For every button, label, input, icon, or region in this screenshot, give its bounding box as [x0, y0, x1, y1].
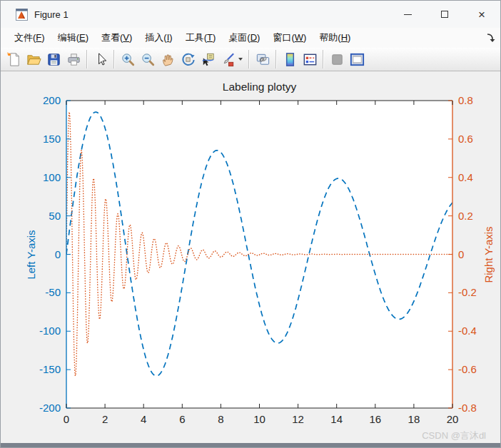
menu-label-part: 查看( — [101, 32, 123, 43]
close-button[interactable]: × — [463, 1, 500, 28]
menu-label-part: 工具( — [186, 32, 207, 43]
zoom-out-button[interactable] — [138, 49, 158, 69]
menu-label-part: 插入( — [145, 32, 166, 43]
printer-icon — [66, 51, 82, 68]
brush-dropdown-caret[interactable] — [238, 58, 243, 61]
open-folder-icon — [26, 51, 42, 68]
insert-legend-button[interactable] — [300, 49, 320, 69]
menu-key: W — [295, 32, 303, 43]
menu-key: T — [207, 32, 213, 43]
toolbar-separator — [323, 50, 324, 68]
menu-item-tools[interactable]: 工具(T) — [179, 29, 223, 47]
menu-key: V — [123, 32, 129, 43]
rotate-3d-button[interactable] — [178, 49, 198, 69]
pan-hand-icon — [160, 51, 176, 68]
hide-plot-tools-button — [327, 49, 347, 69]
data-cursor-button[interactable] — [198, 49, 218, 69]
link-plot-icon — [255, 51, 271, 68]
close-icon: × — [478, 9, 485, 21]
brush-data-button[interactable] — [218, 49, 238, 69]
toolbar-separator — [275, 50, 277, 68]
legend-icon — [302, 51, 318, 68]
menu-label-part: ) — [257, 32, 260, 43]
figure-toolbar — [1, 48, 500, 71]
menu-item-insert[interactable]: 插入(I) — [138, 29, 178, 47]
menu-key: E — [79, 32, 86, 43]
menu-label-part: ) — [303, 32, 306, 43]
dock-arrow-icon[interactable] — [486, 33, 496, 43]
colorbar-icon — [282, 51, 298, 68]
menu-label-part: 窗口( — [273, 32, 294, 43]
window-titlebar[interactable]: Figure 1 × — [1, 1, 500, 28]
window-controls: × — [389, 1, 500, 28]
menu-label-part: ) — [213, 32, 216, 43]
menu-item-help[interactable]: 帮助(H) — [313, 29, 357, 47]
menu-item-file[interactable]: 文件(F) — [8, 29, 51, 47]
dock-figure-icon — [349, 51, 365, 68]
save-figure-button[interactable] — [44, 49, 64, 69]
save-floppy-icon — [46, 51, 62, 68]
toolbar-separator — [248, 50, 250, 68]
new-document-icon — [6, 51, 22, 68]
menu-key: D — [250, 32, 257, 43]
matlab-figure-icon[interactable] — [16, 9, 28, 21]
menu-bar: 文件(F) 编辑(E) 查看(V) 插入(I) 工具(T) 桌面(D) 窗口(W… — [1, 28, 500, 48]
figure-window: { "window": { "title": "Figure 1", "cont… — [0, 0, 501, 448]
menu-label-part: ) — [86, 32, 88, 43]
print-figure-button[interactable] — [64, 49, 84, 69]
toolbar-separator — [86, 50, 88, 68]
maximize-icon — [441, 11, 448, 18]
insert-colorbar-button[interactable] — [280, 49, 300, 69]
menu-label-part: ) — [129, 32, 132, 43]
link-plot-button[interactable] — [253, 49, 273, 69]
menu-label-part: 帮助( — [319, 32, 340, 43]
menu-item-desktop[interactable]: 桌面(D) — [222, 29, 266, 47]
menu-item-edit[interactable]: 编辑(E) — [51, 29, 95, 47]
hide-plot-tools-icon — [329, 51, 345, 68]
window-bottom-edge — [1, 443, 500, 447]
menu-label-part: 桌面( — [228, 32, 250, 43]
window-title: Figure 1 — [34, 9, 69, 20]
edit-plot-button[interactable] — [91, 49, 111, 69]
toolbar-separator — [113, 50, 115, 68]
watermark-text: CSDN @言沐dl — [422, 429, 486, 442]
zoom-out-icon — [140, 51, 156, 68]
menu-key: H — [341, 32, 348, 43]
menu-label-part: 编辑( — [58, 32, 79, 43]
pointer-arrow-icon — [93, 51, 109, 68]
zoom-in-button[interactable] — [118, 49, 138, 69]
data-cursor-icon — [200, 51, 216, 68]
menu-item-view[interactable]: 查看(V) — [95, 29, 138, 47]
show-plot-tools-dock-button[interactable] — [347, 49, 367, 69]
zoom-in-icon — [120, 51, 136, 68]
brush-icon — [220, 51, 236, 68]
menu-label-part: 文件( — [14, 32, 36, 43]
pan-button[interactable] — [158, 49, 178, 69]
maximize-button[interactable] — [426, 1, 463, 28]
rotate-3d-icon — [180, 51, 196, 68]
menu-item-window[interactable]: 窗口(W) — [266, 29, 313, 47]
figure-canvas-area — [1, 72, 500, 444]
open-file-button[interactable] — [24, 49, 44, 69]
minimize-button[interactable] — [389, 1, 426, 28]
menu-label-part: ) — [169, 32, 172, 43]
new-figure-button[interactable] — [4, 49, 24, 69]
minimize-icon — [404, 14, 412, 15]
menu-label-part: ) — [348, 32, 350, 43]
menu-label-part: ) — [41, 32, 44, 43]
